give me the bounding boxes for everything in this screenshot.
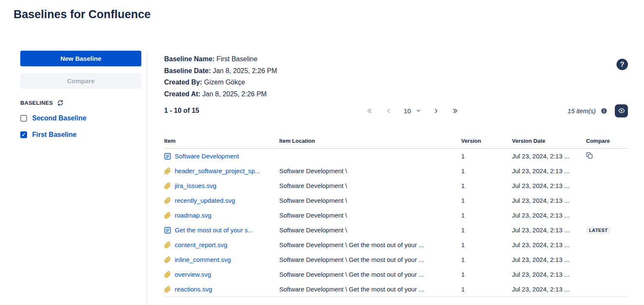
table-row: header_software_project_sp... Software D… — [164, 163, 628, 178]
item-version-date: Jul 23, 2024, 2:13 ... — [512, 241, 586, 248]
item-location: Software Development \ Get the most out … — [279, 256, 461, 263]
item-link[interactable]: recently_updated.svg — [175, 197, 235, 204]
detail-value: Gizem Gökçe — [204, 79, 245, 86]
item-version: 1 — [461, 152, 512, 160]
item-location: Software Development \ — [279, 182, 461, 189]
item-version: 1 — [461, 226, 512, 234]
table-row: roadmap.svg Software Development \ 1 Jul… — [164, 208, 628, 223]
table-row: inline_comment.svg Software Development … — [164, 252, 628, 267]
pagination-controls: 10 — [257, 107, 567, 115]
item-location: Software Development \ — [279, 212, 461, 219]
compare-button[interactable]: Compare — [20, 73, 141, 89]
table-row: content_report.svg Software Development … — [164, 237, 628, 252]
table-row: Software Development 1 Jul 23, 2024, 2:1… — [164, 149, 628, 163]
detail-label: Created By: — [164, 79, 204, 86]
detail-line: Baseline Name: First Baseline — [164, 53, 628, 65]
item-version-date: Jul 23, 2024, 2:13 ... — [512, 271, 586, 278]
page-icon — [164, 153, 171, 160]
item-cell: overview.svg — [164, 271, 279, 278]
last-page-button[interactable] — [451, 107, 459, 115]
attachment-icon — [164, 256, 171, 263]
item-link[interactable]: Get the most out of your s... — [175, 226, 253, 234]
item-cell: recently_updated.svg — [164, 197, 279, 204]
item-version: 1 — [461, 212, 512, 219]
item-link[interactable]: inline_comment.svg — [175, 256, 231, 263]
table-header: Item Item Location Version Version Date … — [164, 133, 628, 149]
detail-line: Created By: Gizem Gökçe — [164, 76, 628, 88]
refresh-icon[interactable] — [57, 100, 63, 106]
item-version: 1 — [461, 271, 512, 278]
item-location: Software Development \ — [279, 226, 461, 234]
sidebar: New Baseline Compare BASELINES Second Ba… — [20, 51, 147, 305]
attachment-icon — [164, 242, 171, 248]
prev-page-button[interactable] — [385, 107, 393, 115]
detail-label: Created At: — [164, 90, 202, 98]
baseline-checkbox[interactable] — [20, 131, 27, 138]
detail-value: Jan 8, 2025, 2:26 PM — [202, 90, 267, 98]
copy-icon[interactable] — [586, 152, 593, 159]
item-link[interactable]: jira_issues.svg — [175, 182, 216, 189]
pagination-right: 15 item(s) — [567, 104, 628, 117]
compare-cell — [586, 152, 628, 160]
next-page-button[interactable] — [432, 107, 440, 115]
column-version-date: Version Date — [512, 138, 586, 144]
page-size-dropdown[interactable]: 10 — [404, 107, 421, 114]
detail-label: Baseline Name: — [164, 55, 217, 63]
eye-button[interactable] — [615, 104, 628, 117]
column-version: Version — [461, 138, 512, 144]
attachment-icon — [164, 182, 171, 189]
attachment-icon — [164, 271, 171, 278]
item-version: 1 — [461, 286, 512, 293]
item-cell: reactions.svg — [164, 286, 279, 293]
item-cell: roadmap.svg — [164, 212, 279, 219]
baseline-list: Second Baseline First Baseline — [20, 114, 141, 139]
item-version: 1 — [461, 167, 512, 174]
items-count: 15 item(s) — [567, 107, 596, 114]
baseline-link[interactable]: Second Baseline — [32, 114, 86, 122]
detail-line: Created At: Jan 8, 2025, 2:26 PM — [164, 88, 628, 100]
item-link[interactable]: overview.svg — [175, 271, 211, 278]
detail-fields: Baseline Name: First Baseline Baseline D… — [164, 53, 628, 100]
item-cell: Get the most out of your s... — [164, 226, 279, 234]
new-baseline-button[interactable]: New Baseline — [20, 51, 141, 66]
item-link[interactable]: roadmap.svg — [175, 212, 212, 219]
item-link[interactable]: reactions.svg — [175, 286, 212, 293]
first-page-button[interactable] — [366, 107, 374, 115]
items-table: Item Item Location Version Version Date … — [164, 133, 628, 297]
item-version: 1 — [461, 182, 512, 189]
item-cell: jira_issues.svg — [164, 182, 279, 189]
item-cell: header_software_project_sp... — [164, 167, 279, 174]
table-row: Get the most out of your s... Software D… — [164, 223, 628, 237]
page-size-value: 10 — [404, 107, 411, 114]
table-body: Software Development 1 Jul 23, 2024, 2:1… — [164, 149, 628, 297]
detail-value: First Baseline — [217, 55, 258, 63]
item-location: Software Development \ Get the most out … — [279, 286, 461, 293]
item-location: Software Development \ Get the most out … — [279, 271, 461, 278]
table-row: overview.svg Software Development \ Get … — [164, 267, 628, 282]
baseline-list-item: First Baseline — [20, 131, 141, 139]
baseline-details: Baseline Name: First Baseline Baseline D… — [164, 51, 628, 100]
baselines-section-label: BASELINES — [20, 100, 53, 106]
item-version-date: Jul 23, 2024, 2:13 ... — [512, 197, 586, 204]
item-version-date: Jul 23, 2024, 2:13 ... — [512, 167, 586, 174]
table-row: reactions.svg Software Development \ Get… — [164, 282, 628, 297]
column-item-location: Item Location — [279, 138, 461, 144]
attachment-icon — [164, 212, 171, 219]
pagination-range: 1 - 10 of 15 — [164, 107, 257, 114]
item-location: Software Development \ — [279, 167, 461, 174]
item-version: 1 — [461, 256, 512, 263]
baseline-link[interactable]: First Baseline — [32, 131, 77, 139]
item-location: Software Development \ — [279, 197, 461, 204]
item-link[interactable]: Software Development — [175, 152, 239, 160]
item-version: 1 — [461, 197, 512, 204]
baseline-checkbox[interactable] — [20, 115, 27, 122]
item-link[interactable]: content_report.svg — [175, 241, 227, 248]
item-link[interactable]: header_software_project_sp... — [175, 167, 260, 174]
info-icon[interactable] — [601, 108, 607, 114]
eye-icon — [618, 107, 625, 114]
detail-label: Baseline Date: — [164, 67, 213, 74]
help-icon[interactable]: ? — [616, 59, 628, 70]
detail-line: Baseline Date: Jan 8, 2025, 2:26 PM — [164, 65, 628, 77]
baseline-list-item: Second Baseline — [20, 114, 141, 122]
item-version-date: Jul 23, 2024, 2:13 ... — [512, 226, 586, 234]
